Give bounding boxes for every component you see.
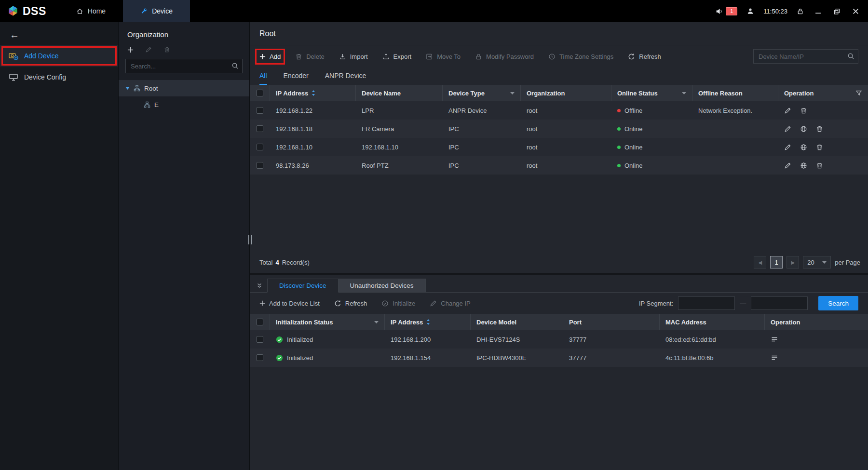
org-delete-button[interactable] bbox=[163, 46, 170, 53]
cell-device-name: FR Camera bbox=[356, 125, 443, 133]
initialize-button[interactable]: Initialize bbox=[381, 300, 415, 307]
table-row[interactable]: 98.173.8.26 Roof PTZ IPC root Online bbox=[250, 156, 868, 175]
tab-home[interactable]: Home bbox=[59, 0, 123, 22]
device-search-input[interactable] bbox=[753, 49, 858, 64]
filter-caret-icon[interactable] bbox=[510, 92, 515, 94]
delete-icon[interactable] bbox=[816, 125, 823, 133]
status-dot bbox=[617, 146, 621, 149]
tree-node-root[interactable]: Root bbox=[119, 80, 249, 96]
lock-icon[interactable] bbox=[797, 8, 804, 15]
refresh-button[interactable]: Refresh bbox=[628, 53, 661, 60]
chevron-down-icon[interactable] bbox=[125, 87, 130, 90]
per-page-select[interactable]: 20 bbox=[803, 256, 831, 269]
export-button[interactable]: Export bbox=[382, 53, 412, 60]
ip-segment-end-input[interactable] bbox=[751, 296, 808, 310]
org-edit-button[interactable] bbox=[145, 46, 152, 53]
prev-page-button[interactable]: ◀ bbox=[754, 256, 766, 269]
col-online-status[interactable]: Online Status bbox=[611, 85, 692, 101]
close-button[interactable] bbox=[851, 6, 860, 16]
delete-icon[interactable] bbox=[800, 107, 807, 114]
time-zone-settings-button[interactable]: Time Zone Settings bbox=[548, 53, 613, 60]
add-to-list-icon[interactable] bbox=[771, 336, 778, 343]
discover-refresh-button[interactable]: Refresh bbox=[334, 300, 367, 307]
col-device-name[interactable]: Device Name bbox=[356, 85, 443, 101]
trash-icon bbox=[163, 46, 170, 53]
user-icon[interactable] bbox=[746, 7, 754, 15]
row-checkbox[interactable] bbox=[257, 336, 263, 343]
table-row[interactable]: 192.168.1.10 192.168.1.10 IPC root Onlin… bbox=[250, 138, 868, 156]
filter-funnel-icon[interactable] bbox=[855, 90, 862, 96]
tab-discover-device[interactable]: Discover Device bbox=[267, 279, 339, 293]
row-checkbox[interactable] bbox=[257, 144, 263, 150]
col-operation[interactable]: Operation bbox=[778, 85, 868, 101]
add-to-device-list-label: Add to Device List bbox=[269, 300, 320, 307]
ip-segment-start-input[interactable] bbox=[678, 296, 735, 310]
web-config-icon[interactable] bbox=[800, 125, 807, 133]
web-config-icon[interactable] bbox=[800, 144, 807, 151]
delete-icon[interactable] bbox=[816, 162, 823, 169]
next-page-button[interactable]: ▶ bbox=[787, 256, 799, 269]
edit-icon[interactable] bbox=[784, 162, 791, 169]
delete-button[interactable]: Delete bbox=[295, 53, 325, 60]
col-mac-address[interactable]: MAC Address bbox=[660, 314, 765, 330]
col-operation[interactable]: Operation bbox=[765, 314, 868, 330]
col-initialization-status[interactable]: Initialization Status bbox=[270, 314, 385, 330]
add-button[interactable]: Add bbox=[259, 53, 281, 60]
panel-resize-handle[interactable] bbox=[248, 235, 252, 244]
row-checkbox[interactable] bbox=[257, 354, 263, 361]
edit-icon[interactable] bbox=[784, 125, 791, 133]
col-organization[interactable]: Organization bbox=[521, 85, 611, 101]
tree-node-e[interactable]: E bbox=[119, 96, 249, 113]
add-to-list-icon[interactable] bbox=[771, 354, 778, 362]
current-page[interactable]: 1 bbox=[770, 256, 783, 269]
table-row[interactable]: 192.168.1.18 FR Camera IPC root Online bbox=[250, 120, 868, 138]
organization-node-icon bbox=[134, 85, 140, 92]
minimize-icon bbox=[815, 8, 821, 14]
ip-segment-group: IP Segment: — Search bbox=[639, 296, 858, 310]
col-ip-address[interactable]: IP Address bbox=[270, 85, 356, 101]
sort-icon[interactable] bbox=[426, 319, 430, 325]
change-ip-button[interactable]: Change IP bbox=[430, 300, 470, 307]
tab-unauthorized-devices[interactable]: Unauthorized Devices bbox=[339, 279, 426, 293]
move-to-button[interactable]: Move To bbox=[426, 53, 461, 60]
web-config-icon[interactable] bbox=[800, 162, 807, 169]
row-checkbox[interactable] bbox=[257, 125, 263, 132]
segment-search-button[interactable]: Search bbox=[818, 296, 858, 310]
alarm-center-button[interactable]: 1 bbox=[715, 7, 737, 15]
import-button[interactable]: Import bbox=[339, 53, 368, 60]
sidebar-item-label: Add Device bbox=[24, 52, 59, 60]
col-port[interactable]: Port bbox=[563, 314, 660, 330]
col-device-type[interactable]: Device Type bbox=[443, 85, 521, 101]
add-to-device-list-button[interactable]: Add to Device List bbox=[259, 300, 320, 307]
edit-icon[interactable] bbox=[784, 107, 791, 114]
tab-anpr-device[interactable]: ANPR Device bbox=[325, 72, 366, 85]
table-row[interactable]: Initialized 192.168.1.154 IPC-HDBW4300E … bbox=[250, 349, 868, 367]
tab-all[interactable]: All bbox=[259, 72, 267, 85]
row-checkbox[interactable] bbox=[257, 162, 263, 169]
edit-icon[interactable] bbox=[784, 144, 791, 151]
collapse-panel-icon[interactable] bbox=[257, 283, 262, 289]
select-all-checkbox[interactable] bbox=[257, 90, 263, 96]
col-offline-reason[interactable]: Offline Reason bbox=[692, 85, 778, 101]
col-device-model[interactable]: Device Model bbox=[471, 314, 563, 330]
modify-password-button[interactable]: Modify Password bbox=[475, 53, 534, 60]
delete-icon[interactable] bbox=[816, 144, 823, 151]
restore-button[interactable] bbox=[832, 6, 841, 16]
sort-icon[interactable] bbox=[312, 90, 315, 96]
org-add-button[interactable] bbox=[127, 47, 134, 53]
col-ip-address[interactable]: IP Address bbox=[385, 314, 471, 330]
row-checkbox[interactable] bbox=[257, 107, 263, 114]
tab-device[interactable]: Device bbox=[123, 0, 190, 22]
filter-caret-icon[interactable] bbox=[374, 321, 379, 323]
table-row[interactable]: Initialized 192.168.1.200 DHI-EVS7124S 3… bbox=[250, 330, 868, 349]
filter-caret-icon[interactable] bbox=[682, 92, 686, 94]
table-row[interactable]: 192.168.1.22 LPR ANPR Device root Offlin… bbox=[250, 101, 868, 120]
cell-device-model: DHI-EVS7124S bbox=[471, 336, 563, 343]
select-all-checkbox[interactable] bbox=[257, 319, 263, 325]
back-button[interactable]: ← bbox=[10, 29, 19, 40]
sidebar-item-device-config[interactable]: Device Config bbox=[0, 67, 118, 88]
tab-encoder[interactable]: Encoder bbox=[284, 72, 309, 85]
minimize-button[interactable] bbox=[813, 6, 823, 16]
sidebar-item-add-device[interactable]: Add Device bbox=[0, 45, 118, 67]
org-search-input[interactable] bbox=[125, 59, 243, 73]
